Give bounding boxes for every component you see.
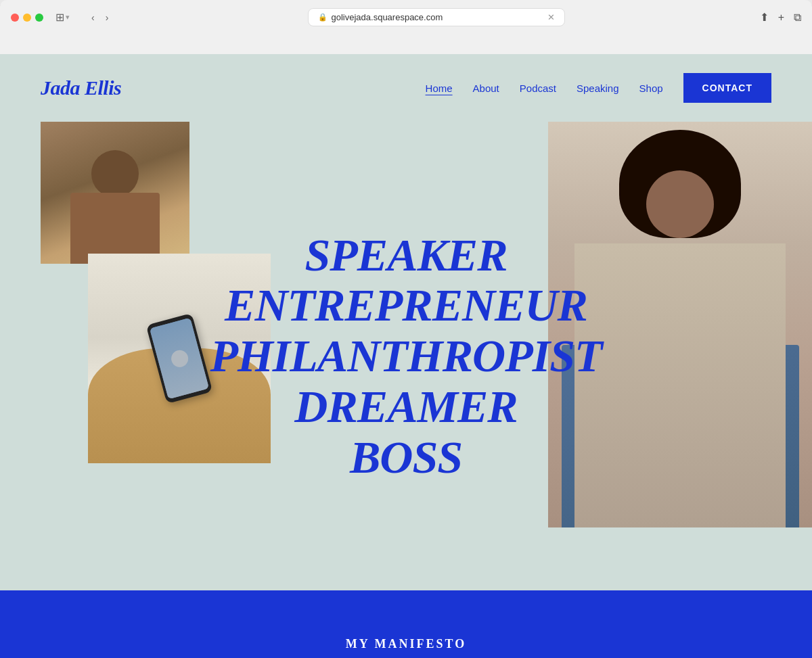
nav-shop[interactable]: Shop — [639, 83, 663, 94]
hero-word-3: PHILANTHROPIST — [210, 331, 602, 381]
manifesto-section: MY MANIFESTO — [0, 590, 812, 658]
manifesto-label: MY MANIFESTO — [346, 637, 467, 651]
browser-chrome: ⊞ ▾ ‹ › 🔒 golivejada.squarespace.com ✕ ⬆… — [0, 0, 812, 54]
new-tab-icon[interactable]: + — [778, 11, 784, 24]
duplicate-icon[interactable]: ⧉ — [794, 11, 801, 24]
address-bar[interactable]: 🔒 golivejada.squarespace.com ✕ — [308, 8, 565, 26]
photo-woman-writing — [41, 122, 189, 264]
hero-text: SPEAKER ENTREPRENEUR PHILANTHROPIST DREA… — [210, 230, 602, 483]
nav-podcast[interactable]: Podcast — [520, 83, 556, 94]
nav-home[interactable]: Home — [426, 83, 453, 94]
hero-section: SPEAKER ENTREPRENEUR PHILANTHROPIST DREA… — [0, 122, 812, 590]
traffic-lights — [11, 14, 43, 22]
site-logo[interactable]: Jada Ellis — [41, 76, 121, 99]
close-button[interactable] — [11, 14, 19, 22]
navigation: Jada Ellis Home About Podcast Speaking S… — [0, 54, 812, 122]
hero-word-2: ENTREPRENEUR — [210, 280, 602, 331]
browser-actions: ⬆ + ⧉ — [760, 11, 801, 24]
url-text: golivejada.squarespace.com — [332, 12, 443, 22]
nav-links: Home About Podcast Speaking Shop CONTACT — [426, 73, 771, 103]
website-content: Jada Ellis Home About Podcast Speaking S… — [0, 54, 812, 658]
sidebar-toggle[interactable]: ⊞ ▾ — [51, 8, 74, 26]
nav-about[interactable]: About — [473, 83, 499, 94]
hero-word-5: BOSS — [210, 432, 602, 483]
nav-speaking[interactable]: Speaking — [577, 83, 619, 94]
lock-icon: 🔒 — [318, 13, 328, 22]
contact-button[interactable]: CONTACT — [683, 73, 771, 103]
share-icon[interactable]: ⬆ — [760, 11, 769, 24]
close-tab-icon[interactable]: ✕ — [547, 12, 555, 22]
browser-controls: ‹ › — [87, 9, 112, 26]
forward-button[interactable]: › — [102, 9, 113, 26]
hero-word-1: SPEAKER — [210, 230, 602, 281]
hero-word-4: DREAMER — [210, 381, 602, 432]
back-button[interactable]: ‹ — [87, 9, 99, 26]
minimize-button[interactable] — [23, 14, 31, 22]
maximize-button[interactable] — [35, 14, 43, 22]
